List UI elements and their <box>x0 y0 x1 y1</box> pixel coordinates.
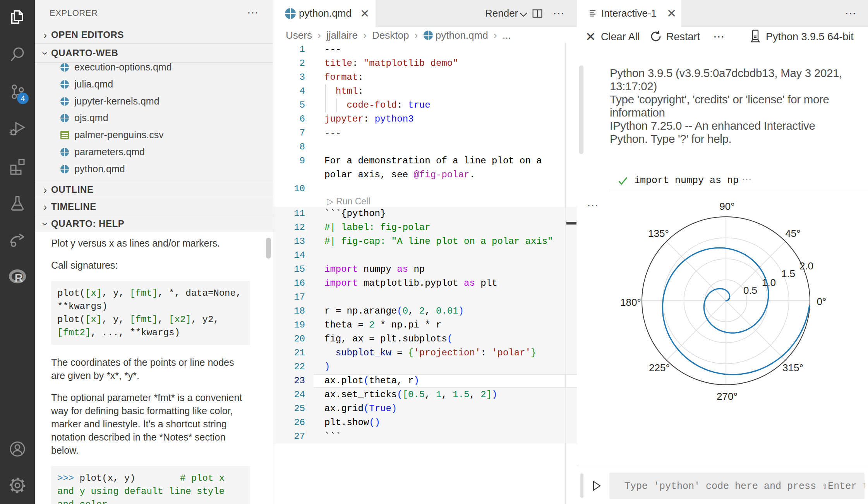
svg-text:270°: 270° <box>717 391 738 402</box>
svg-text:315°: 315° <box>782 362 803 374</box>
svg-text:1.0: 1.0 <box>762 277 776 288</box>
svg-text:1.5: 1.5 <box>781 268 795 279</box>
svg-text:R: R <box>15 271 23 284</box>
svg-text:0.5: 0.5 <box>743 285 757 296</box>
svg-text:45°: 45° <box>785 228 800 239</box>
svg-text:90°: 90° <box>719 201 734 212</box>
svg-text:180°: 180° <box>620 297 641 308</box>
svg-text:0°: 0° <box>817 296 827 307</box>
svg-text:135°: 135° <box>648 228 669 239</box>
svg-text:225°: 225° <box>649 362 670 374</box>
svg-text:2.0: 2.0 <box>799 260 813 272</box>
